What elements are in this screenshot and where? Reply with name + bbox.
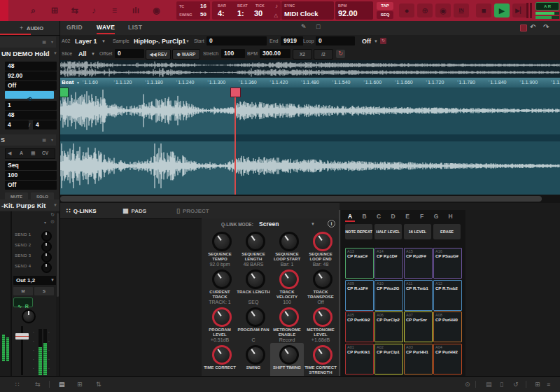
automation-read-button[interactable]: ∿ R — [13, 298, 33, 307]
bank-F[interactable]: F — [417, 213, 427, 220]
disc-icon[interactable]: ◉ — [153, 6, 160, 15]
swing-value[interactable]: 50 — [200, 11, 206, 18]
qlink-knob-cell[interactable]: SEQUENCE LOOP STARTBar: 1 — [270, 230, 304, 267]
qlink-knob[interactable] — [246, 232, 265, 251]
start-field[interactable]: 0 — [206, 36, 267, 46]
global-automation-button[interactable]: A R — [536, 2, 559, 10]
fader-handle[interactable] — [15, 333, 29, 340]
loop-last-bar-field[interactable]: 48 — [5, 111, 57, 120]
metronome-icon[interactable]: △ — [274, 13, 278, 18]
start-marker-handle[interactable] — [59, 88, 69, 97]
qlink-knob-cell[interactable]: TRACK VELOCITY100 — [270, 267, 304, 305]
record-arm-icon[interactable] — [520, 24, 527, 31]
tab-qlinks[interactable]: ∷Q-LINKS — [66, 207, 97, 214]
tap-tempo-button[interactable]: TAP — [377, 2, 393, 10]
send-knob[interactable] — [41, 262, 52, 273]
sidebar-scrollbar[interactable] — [56, 211, 59, 376]
scrollbar-handle[interactable] — [60, 196, 542, 202]
overdub-button[interactable]: ⊕ — [417, 4, 433, 18]
qlink-knob-cell[interactable]: SEQUENCE LENGTH48 BARS — [237, 230, 270, 267]
note-value-icon[interactable]: ♪ — [275, 3, 278, 9]
pan-knob[interactable] — [22, 309, 36, 323]
pad-A05[interactable]: A05CP PurKik2 — [345, 312, 374, 342]
sequence-title[interactable]: UN DEMO Hold — [1, 50, 50, 57]
pencil-tool-icon[interactable]: ✎ — [301, 23, 307, 30]
speaker-icon[interactable]: ◀ — [8, 150, 11, 156]
pad-A07[interactable]: A07CP PurSnr — [404, 312, 433, 342]
reverse-button[interactable]: ◀◀ REV — [146, 49, 171, 59]
pad-action-half-level[interactable]: HALF LEVEL — [374, 224, 402, 239]
output-select[interactable]: Out 1,2▼ — [13, 276, 57, 285]
keys-icon[interactable]: ▤ — [486, 381, 492, 388]
loop-sync-icon[interactable]: ↻ — [380, 38, 386, 44]
bank-B[interactable]: B — [360, 213, 370, 220]
qlink-mode-select[interactable]: Screen — [259, 220, 279, 227]
stretch-field[interactable]: 100 — [221, 49, 245, 58]
pad-A04[interactable]: A04CP PurHH2 — [433, 344, 462, 374]
beat-value[interactable]: 1: — [237, 9, 244, 18]
bpm-half-button[interactable]: /2 — [314, 49, 333, 59]
tsig-numerator-field[interactable]: 4 — [5, 120, 29, 130]
insert-caret-icon[interactable]: ▾ — [44, 220, 46, 225]
matrix-icon[interactable]: ⊞ — [535, 381, 540, 388]
play-button[interactable]: ▶ — [494, 4, 510, 18]
grid-icon[interactable]: ▦ — [31, 150, 36, 156]
qlink-knob[interactable] — [313, 270, 332, 289]
record-button[interactable]: ● — [399, 4, 414, 18]
play-start-button[interactable]: ▶▏ — [512, 4, 528, 18]
pad-A12[interactable]: A12CP R.Tmb2 — [433, 280, 462, 311]
qlink-knob[interactable] — [279, 345, 299, 365]
qlink-knob[interactable] — [212, 345, 232, 365]
qlink-knob-cell[interactable]: SEQUENCE LOOP ENDBar: 48 — [304, 230, 337, 267]
sample-caret-icon[interactable]: ▼ — [186, 39, 190, 43]
tab-audio[interactable]: AUDIO — [27, 25, 43, 31]
tick-value[interactable]: 30 — [254, 9, 262, 18]
pad-action-16-level[interactable]: 16 LEVEL — [404, 224, 431, 239]
bar-value[interactable]: 4: — [218, 9, 225, 18]
note-edit-icon[interactable]: ♪ — [92, 6, 96, 15]
qlink-knob[interactable] — [313, 307, 332, 327]
pad-A01[interactable]: A01CP PurKik1 — [345, 344, 374, 374]
track-velocity-field[interactable]: 100 — [5, 171, 57, 180]
sidebar-scrollbar-handle[interactable] — [57, 213, 59, 297]
sequence-swing-field[interactable]: Off — [5, 81, 57, 90]
layer-select[interactable]: Layer 1 — [75, 38, 97, 45]
punch-button[interactable]: ◉ — [435, 4, 451, 18]
pad-A13[interactable]: A13CP P.aaC# — [345, 248, 374, 279]
bank-E[interactable]: E — [402, 213, 412, 220]
offset-field[interactable]: 0 — [115, 49, 144, 58]
pad-banks-icon[interactable]: ⊞ — [51, 6, 58, 15]
position-panel[interactable]: BAR BEAT TICK 4: 1: 30 ♪ △ — [212, 1, 281, 20]
pad-A06[interactable]: A06CP PurClp2 — [374, 312, 403, 342]
warp-button[interactable]: ⊕ WARP — [172, 49, 200, 59]
tab-project[interactable]: ▯PROJECT — [176, 207, 209, 214]
loop-region-icon[interactable]: ⇆ — [71, 6, 78, 15]
qlink-knob-cell[interactable]: METRONOME ENABLERecord — [270, 305, 304, 343]
track-panel-icon[interactable]: ▦ — [42, 137, 46, 142]
qlink-knob-cell[interactable]: CURRENT TRACKTRACK: 1 — [203, 267, 237, 305]
pad-A10[interactable]: A10CP PVox2G — [374, 280, 403, 311]
channel-solo-button[interactable]: S — [34, 287, 54, 295]
pad-A15[interactable]: A15CP P.p2F# — [404, 248, 433, 279]
slice-select[interactable]: All — [78, 50, 87, 57]
tab-pads[interactable]: ▦PADS — [122, 207, 146, 214]
bank-H[interactable]: H — [446, 213, 456, 220]
qlink-knob[interactable] — [212, 270, 232, 289]
track-type-field[interactable]: Seq — [5, 161, 57, 170]
sample-select[interactable]: HipHop-. PurClp1 — [134, 38, 186, 45]
sequence-panel-icon[interactable]: ▦ — [42, 39, 46, 44]
timeline-ruler[interactable]: Beat ▼ 1.1.601.1.1201.1.1801.1.2401.1.30… — [59, 78, 560, 88]
warp-bpm-field[interactable]: 300.00 — [260, 49, 290, 58]
loop-mode-select[interactable]: Off — [362, 38, 371, 45]
insert-cycle-icon[interactable]: ↻ — [50, 212, 55, 218]
layers-icon[interactable]: ▤ — [59, 381, 65, 388]
track-panel-caret-icon[interactable]: ▾ — [51, 137, 53, 142]
qlink-knob[interactable] — [279, 232, 299, 251]
bank-A[interactable]: A — [345, 213, 355, 222]
pad-action-erase[interactable]: ERASE — [433, 224, 461, 239]
qlink-knob-cell[interactable]: TIME CORRECT1/16 — [203, 343, 237, 381]
qlink-knob-cell[interactable]: SHIFT TIMING0 — [270, 343, 304, 381]
qlink-knob-cell[interactable]: TRACK LENGTHSEQ — [237, 267, 270, 305]
pad-action-note-repeat[interactable]: NOTE REPEAT — [345, 224, 372, 239]
tc-swing-panel[interactable]: TC 16 SWING 50 — [176, 1, 210, 20]
